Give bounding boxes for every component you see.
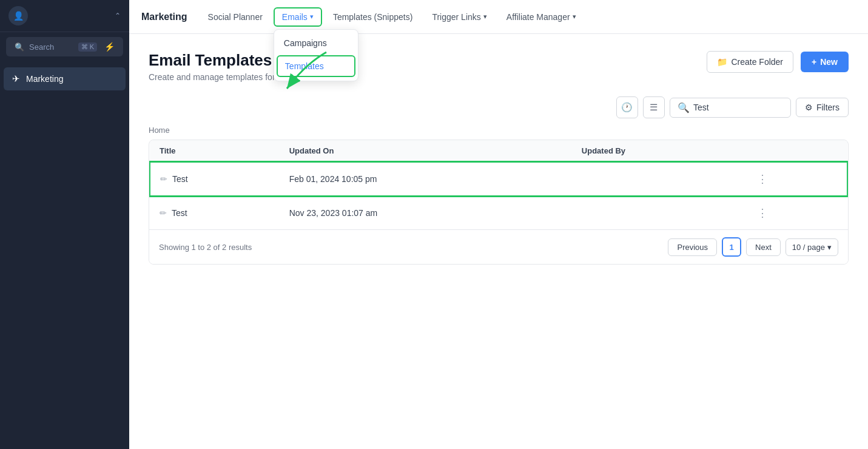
row-1-more-cell: ⋮ [744, 162, 847, 196]
search-box-icon: 🔍 [678, 102, 690, 113]
templates-table: Title Updated On Updated By ✏ Test [149, 140, 849, 265]
col-updated-by: Updated By [572, 140, 744, 162]
filter-icon: ⚙ [805, 103, 813, 112]
sidebar-item-marketing[interactable]: ✈ Marketing [4, 67, 126, 90]
row-2-more-button[interactable]: ⋮ [753, 205, 772, 221]
row-1-title-cell: ✏ Test [150, 162, 280, 196]
row-2-title-cell: ✏ Test [150, 196, 280, 229]
sidebar-nav: ✈ Marketing [0, 61, 129, 449]
col-title: Title [150, 140, 280, 162]
new-label: New [820, 57, 838, 67]
sidebar-user-section[interactable]: 👤 ⌃ [0, 0, 129, 32]
clock-icon: 🕐 [621, 102, 633, 113]
brand-title: Marketing [141, 12, 187, 22]
lightning-icon: ⚡ [104, 42, 115, 52]
next-button[interactable]: Next [746, 238, 781, 256]
edit-icon-2: ✏ [160, 208, 167, 218]
list-icon: ☰ [650, 102, 658, 113]
page-header: Email Templates Create and manage templa… [149, 51, 849, 82]
emails-dropdown-menu: Campaigns Templates [274, 29, 358, 81]
search-input[interactable] [693, 103, 783, 112]
showing-results: Showing 1 to 2 of 2 results [159, 243, 252, 252]
user-chevron-icon: ⌃ [115, 12, 121, 20]
table-body: ✏ Test Feb 01, 2024 10:05 pm ⋮ [150, 162, 847, 229]
emails-dropdown-wrapper: Emails ▾ Campaigns Templates [274, 7, 322, 27]
emails-label: Emails [282, 12, 308, 22]
sidebar-search[interactable]: 🔍 Search ⌘ K ⚡ [6, 37, 123, 56]
row-2-title: Test [172, 208, 187, 218]
table-header: Title Updated On Updated By [150, 140, 847, 162]
col-updated-on: Updated On [280, 140, 572, 162]
search-icon: 🔍 [15, 42, 24, 52]
marketing-icon: ✈ [12, 73, 20, 84]
pagination-controls: Previous 1 Next 10 / page ▾ [668, 237, 838, 257]
search-kbd: ⌘ K [78, 42, 97, 52]
table-row[interactable]: ✏ Test Feb 01, 2024 10:05 pm ⋮ [150, 162, 847, 196]
nav-affiliate-manager[interactable]: Affiliate Manager ▾ [498, 7, 585, 27]
header-actions: 📁 Create Folder + New [707, 51, 849, 73]
nav-emails[interactable]: Emails ▾ [274, 7, 322, 27]
user-avatar: 👤 [8, 6, 28, 25]
new-button[interactable]: + New [801, 52, 849, 72]
main-content: Marketing Social Planner Emails ▾ Campai… [129, 0, 868, 449]
pagination-bar: Showing 1 to 2 of 2 results Previous 1 N… [149, 229, 848, 264]
page-content: Email Templates Create and manage templa… [129, 34, 868, 449]
nav-templates-snippets[interactable]: Templates (Snippets) [325, 7, 422, 27]
create-folder-button[interactable]: 📁 Create Folder [707, 51, 793, 73]
row-1-title: Test [172, 174, 188, 184]
previous-button[interactable]: Previous [668, 238, 717, 256]
nav-social-planner[interactable]: Social Planner [200, 7, 271, 27]
nav-trigger-links[interactable]: Trigger Links ▾ [423, 7, 495, 27]
per-page-chevron-icon: ▾ [827, 243, 832, 252]
toolbar: 🕐 ☰ 🔍 ⚙ Filters [149, 96, 849, 118]
filters-label: Filters [816, 103, 839, 112]
sidebar: 👤 ⌃ 🔍 Search ⌘ K ⚡ ✈ Marketing [0, 0, 129, 449]
top-navigation: Marketing Social Planner Emails ▾ Campai… [129, 0, 868, 34]
folder-icon: 📁 [717, 57, 727, 67]
table-row[interactable]: ✏ Test Nov 23, 2023 01:07 am ⋮ [150, 196, 847, 229]
emails-chevron-icon: ▾ [310, 13, 314, 21]
per-page-selector[interactable]: 10 / page ▾ [786, 238, 838, 256]
search-label: Search [29, 42, 54, 52]
row-2-more-cell: ⋮ [744, 196, 847, 229]
row-2-updated-by [572, 196, 744, 229]
list-view-button[interactable]: ☰ [643, 96, 665, 118]
row-1-updated-by [572, 162, 744, 196]
plus-icon: + [812, 57, 816, 67]
filters-button[interactable]: ⚙ Filters [796, 98, 849, 117]
edit-icon: ✏ [160, 174, 167, 184]
row-1-more-button[interactable]: ⋮ [753, 171, 772, 187]
table: Title Updated On Updated By ✏ Test [149, 140, 848, 229]
current-page[interactable]: 1 [722, 237, 741, 257]
row-1-updated-on: Feb 01, 2024 10:05 pm [280, 162, 572, 196]
create-folder-label: Create Folder [731, 57, 783, 67]
per-page-label: 10 / page [792, 243, 825, 252]
sidebar-item-label: Marketing [26, 74, 63, 84]
breadcrumb: Home [149, 126, 849, 135]
dropdown-templates[interactable]: Templates [277, 55, 355, 77]
clock-view-button[interactable]: 🕐 [616, 96, 638, 118]
dropdown-campaigns[interactable]: Campaigns [274, 32, 358, 54]
affiliate-manager-chevron-icon: ▾ [573, 13, 576, 21]
col-actions [744, 140, 847, 162]
search-box[interactable]: 🔍 [670, 98, 791, 118]
row-2-updated-on: Nov 23, 2023 01:07 am [280, 196, 572, 229]
trigger-links-chevron-icon: ▾ [483, 13, 487, 21]
